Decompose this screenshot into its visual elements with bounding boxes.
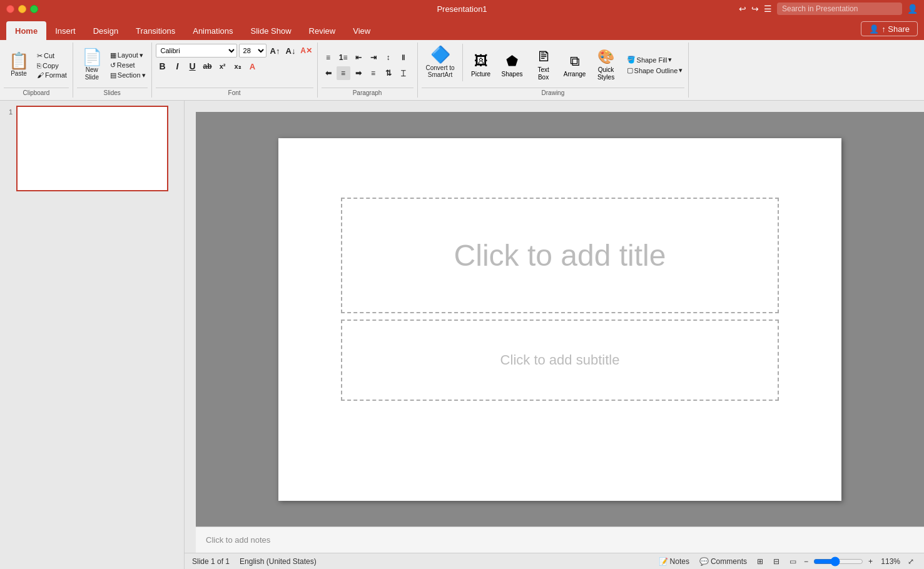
align-center-button[interactable]: ≡ bbox=[337, 66, 350, 80]
justify-button[interactable]: ≡ bbox=[367, 66, 380, 80]
status-right: 📝 Notes 💬 Comments ⊞ ⊟ ▭ − + bbox=[656, 556, 916, 567]
slide-sorter-button[interactable]: ⊟ bbox=[771, 556, 782, 567]
bullets-button[interactable]: ≡ bbox=[322, 51, 335, 64]
clear-format-button[interactable]: A✕ bbox=[300, 44, 313, 58]
zoom-out-icon[interactable]: − bbox=[804, 557, 808, 566]
redo-icon[interactable]: ↪ bbox=[751, 4, 759, 14]
decrease-indent-button[interactable]: ⇤ bbox=[352, 51, 365, 64]
tab-slideshow[interactable]: Slide Show bbox=[242, 21, 300, 40]
tab-home[interactable]: Home bbox=[6, 21, 46, 40]
tab-animations[interactable]: Animations bbox=[184, 21, 241, 40]
new-slide-icon: 📄 bbox=[82, 49, 102, 65]
editor-area: Click to add title Click to add subtitle… bbox=[185, 101, 924, 569]
text-direction-button[interactable]: ⇅ bbox=[382, 66, 395, 80]
subscript-button[interactable]: x₂ bbox=[231, 59, 245, 73]
arrange-button[interactable]: ⧉ Arrange bbox=[560, 44, 590, 86]
close-button[interactable] bbox=[6, 5, 14, 13]
copy-button[interactable]: ⎘ Copy bbox=[35, 61, 69, 70]
zoom-level: 113% bbox=[878, 557, 900, 566]
tab-transitions[interactable]: Transitions bbox=[127, 21, 184, 40]
slide-thumbnail-wrapper: 1 bbox=[4, 106, 180, 191]
strikethrough-button[interactable]: ab bbox=[201, 59, 215, 73]
copy-icon: ⎘ bbox=[37, 62, 41, 69]
fit-slide-button[interactable]: ⤢ bbox=[905, 556, 916, 567]
shape-fill-button[interactable]: 🪣 Shape Fill ▾ bbox=[625, 55, 685, 64]
line-spacing-button[interactable]: ↕ bbox=[382, 51, 395, 64]
account-icon[interactable]: 👤 bbox=[907, 4, 918, 14]
section-button[interactable]: ▤ Section ▾ bbox=[108, 71, 148, 80]
increase-indent-button[interactable]: ⇥ bbox=[367, 51, 380, 64]
new-slide-button[interactable]: 📄 NewSlide bbox=[77, 44, 107, 86]
notes-button[interactable]: 📝 Notes bbox=[656, 556, 692, 567]
slide-panel: 1 bbox=[0, 101, 185, 569]
text-box-button[interactable]: 🖹 TextBox bbox=[529, 44, 559, 86]
slide-canvas-area[interactable]: Click to add title Click to add subtitle bbox=[196, 112, 924, 526]
picture-button[interactable]: 🖼 Picture bbox=[466, 44, 496, 86]
slide-info: Slide 1 of 1 bbox=[192, 557, 230, 566]
slide-sorter-icon: ⊟ bbox=[773, 557, 779, 566]
search-input[interactable] bbox=[777, 3, 902, 15]
title-bar: Presentation1 ↩ ↪ ☰ 👤 bbox=[0, 0, 924, 18]
shape-fill-icon: 🪣 bbox=[627, 56, 636, 64]
zoom-slider[interactable] bbox=[813, 556, 863, 566]
clipboard-label: Clipboard bbox=[4, 88, 69, 96]
share-button[interactable]: 👤 ↑ Share bbox=[861, 21, 918, 36]
tab-design[interactable]: Design bbox=[84, 21, 127, 40]
convert-smartart-button[interactable]: 🔷 Convert toSmartArt bbox=[422, 44, 459, 86]
bold-button[interactable]: B bbox=[156, 59, 170, 73]
slide-subtitle-box[interactable]: Click to add subtitle bbox=[341, 320, 779, 401]
text-box-icon: 🖹 bbox=[537, 49, 551, 65]
window-controls bbox=[6, 5, 38, 13]
quick-styles-button[interactable]: 🎨 QuickStyles bbox=[591, 44, 621, 86]
align-left-button[interactable]: ⬅ bbox=[322, 66, 335, 80]
reset-button[interactable]: ↺ Reset bbox=[108, 61, 148, 70]
slide-title-box[interactable]: Click to add title bbox=[341, 198, 779, 313]
superscript-button[interactable]: x² bbox=[216, 59, 230, 73]
comments-button[interactable]: 💬 Comments bbox=[697, 556, 749, 567]
slide: Click to add title Click to add subtitle bbox=[278, 138, 841, 501]
columns-button[interactable]: ⫴ bbox=[397, 51, 410, 64]
zoom-in-icon[interactable]: + bbox=[868, 557, 873, 566]
align-right-button[interactable]: ➡ bbox=[352, 66, 365, 80]
increase-font-button[interactable]: A↑ bbox=[268, 44, 282, 58]
vertical-ruler bbox=[185, 101, 196, 553]
maximize-button[interactable] bbox=[30, 5, 38, 13]
tab-insert[interactable]: Insert bbox=[46, 21, 84, 40]
reset-icon: ↺ bbox=[110, 61, 116, 69]
shape-outline-button[interactable]: ▢ Shape Outline ▾ bbox=[625, 66, 685, 75]
numbering-button[interactable]: 1≡ bbox=[337, 51, 350, 64]
ribbon-tabs: Home Insert Design Transitions Animation… bbox=[0, 18, 924, 40]
reading-view-icon: ▭ bbox=[789, 557, 796, 566]
font-family-select[interactable]: Calibri bbox=[156, 44, 237, 58]
undo-icon[interactable]: ↩ bbox=[739, 4, 746, 14]
align-text-button[interactable]: ⌶ bbox=[397, 66, 410, 80]
layout-button[interactable]: ▦ Layout ▾ bbox=[108, 51, 148, 60]
share-icon: 👤 bbox=[869, 24, 879, 34]
shape-outline-icon: ▢ bbox=[627, 66, 633, 74]
svg-rect-1 bbox=[196, 101, 924, 112]
tab-view[interactable]: View bbox=[344, 21, 379, 40]
paste-icon: 📋 bbox=[9, 53, 29, 69]
normal-view-icon: ⊞ bbox=[757, 557, 763, 566]
decrease-font-button[interactable]: A↓ bbox=[284, 44, 298, 58]
notes-area[interactable]: Click to add notes bbox=[196, 526, 924, 553]
slides-label: Slides bbox=[77, 88, 148, 96]
format-button[interactable]: 🖌 Format bbox=[35, 71, 69, 79]
font-color-button[interactable]: A bbox=[246, 59, 260, 73]
shapes-button[interactable]: ⬟ Shapes bbox=[497, 44, 527, 86]
reading-view-button[interactable]: ▭ bbox=[787, 556, 799, 567]
italic-button[interactable]: I bbox=[171, 59, 185, 73]
tab-review[interactable]: Review bbox=[300, 21, 345, 40]
slide-title-placeholder: Click to add title bbox=[454, 238, 666, 273]
font-size-select[interactable]: 28 bbox=[239, 44, 267, 58]
normal-view-button[interactable]: ⊞ bbox=[754, 556, 766, 567]
customize-icon[interactable]: ☰ bbox=[764, 4, 772, 14]
paste-button[interactable]: 📋 Paste bbox=[4, 44, 34, 86]
slide-thumbnail[interactable] bbox=[16, 106, 168, 191]
notes-icon: 📝 bbox=[659, 557, 668, 566]
notes-placeholder: Click to add notes bbox=[206, 535, 270, 545]
cut-icon: ✂ bbox=[37, 52, 43, 60]
cut-button[interactable]: ✂ Cut bbox=[35, 51, 69, 61]
minimize-button[interactable] bbox=[18, 5, 26, 13]
underline-button[interactable]: U bbox=[186, 59, 200, 73]
